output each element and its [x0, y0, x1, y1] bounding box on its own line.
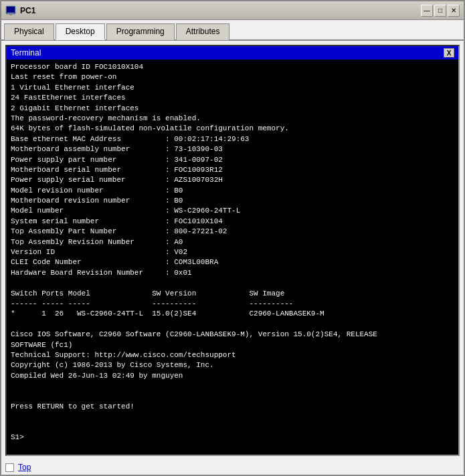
terminal-title: Terminal [11, 48, 41, 57]
tab-desktop[interactable]: Desktop [56, 23, 105, 40]
tab-physical[interactable]: Physical [4, 23, 54, 40]
tab-bar: Physical Desktop Programming Attributes [1, 20, 464, 41]
tab-programming[interactable]: Programming [106, 23, 175, 40]
top-link[interactable]: Top [18, 463, 31, 472]
svg-rect-3 [9, 14, 12, 15]
terminal-title-bar: Terminal X [7, 46, 458, 60]
window-title: PC1 [20, 6, 421, 15]
terminal-body[interactable]: Processor board ID FOC1010X104 Last rese… [7, 60, 458, 455]
terminal-close-button[interactable]: X [444, 48, 454, 57]
tab-attributes[interactable]: Attributes [176, 23, 230, 40]
title-bar: PC1 — □ ✕ [1, 1, 464, 20]
main-window: PC1 — □ ✕ Physical Desktop Programming A… [0, 0, 465, 476]
maximize-button[interactable]: □ [434, 5, 446, 17]
minimize-button[interactable]: — [421, 5, 433, 17]
close-button[interactable]: ✕ [448, 5, 460, 17]
content-area: Terminal X Processor board ID FOC1010X10… [1, 41, 464, 460]
terminal-window: Terminal X Processor board ID FOC1010X10… [5, 45, 460, 456]
window-controls: — □ ✕ [421, 5, 460, 17]
top-checkbox[interactable] [5, 463, 14, 472]
svg-rect-1 [7, 7, 15, 13]
window-icon [5, 5, 16, 16]
svg-rect-2 [7, 13, 14, 13]
bottom-bar: Top [1, 460, 464, 475]
